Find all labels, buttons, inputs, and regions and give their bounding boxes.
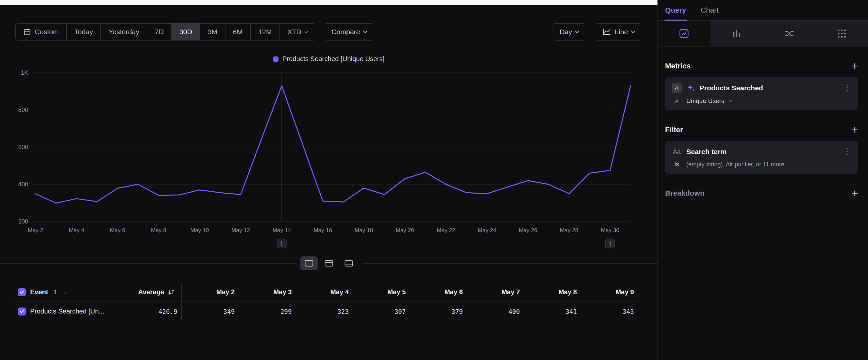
- value-cell: 323: [296, 302, 353, 321]
- view-tab-insights[interactable]: [658, 21, 711, 46]
- line-chart[interactable]: 2004006008001K11May 2May 4May 6May 8May …: [10, 66, 647, 252]
- filter-value[interactable]: (empty string), Air purifier, or 11 more: [686, 161, 784, 168]
- bar-chart-icon: [732, 29, 742, 38]
- chevron-down-icon: [64, 290, 67, 293]
- date-column-header[interactable]: May 4: [296, 283, 353, 302]
- date-column-header[interactable]: May 5: [353, 283, 410, 302]
- svg-text:May 6: May 6: [110, 227, 125, 233]
- filter-property-name[interactable]: Search term: [686, 148, 726, 156]
- date-range-label: 30D: [179, 28, 192, 36]
- sort-icon[interactable]: [167, 289, 175, 296]
- average-value-cell: 426.9: [123, 302, 182, 321]
- svg-text:May 30: May 30: [601, 227, 619, 233]
- string-type-badge: Aa: [672, 147, 682, 157]
- svg-text:1: 1: [280, 241, 283, 246]
- svg-text:May 22: May 22: [437, 227, 455, 233]
- date-range-yesterday[interactable]: Yesterday: [101, 24, 147, 40]
- chevron-down-icon: [631, 29, 635, 33]
- view-type-tabs: [658, 21, 868, 47]
- interval-button[interactable]: Day: [552, 23, 586, 40]
- compare-label: Compare: [332, 28, 360, 36]
- aggregation-prefix: #: [672, 98, 682, 105]
- aggregation-selector[interactable]: Unique Users: [686, 97, 724, 105]
- kebab-menu-icon[interactable]: ⋮: [843, 83, 851, 93]
- date-range-label: Yesterday: [108, 28, 139, 36]
- date-column-header[interactable]: May 6: [410, 283, 467, 302]
- date-range-xtd[interactable]: XTD: [280, 24, 315, 40]
- metric-card[interactable]: A Products Searched ⋮ # Unique Users: [665, 77, 858, 110]
- date-range-label: Custom: [35, 28, 59, 36]
- filter-card[interactable]: Aa Search term ⋮ Is (empty string), Air …: [665, 141, 858, 174]
- row-checkbox[interactable]: [18, 307, 26, 315]
- date-range-7d[interactable]: 7D: [147, 24, 172, 40]
- app: CustomTodayYesterday7D30D3M6M12MXTD Comp…: [0, 0, 868, 360]
- tab-chart[interactable]: Chart: [701, 0, 719, 20]
- event-row-name: Products Searched [Un...: [30, 307, 104, 315]
- svg-text:800: 800: [18, 107, 28, 113]
- breakdown-section-head: Breakdown +: [658, 189, 868, 198]
- date-range-today[interactable]: Today: [67, 24, 101, 40]
- average-column-header[interactable]: Average: [123, 283, 182, 302]
- date-range-label: 12M: [258, 28, 272, 36]
- toolbar-right: Day Line: [552, 23, 642, 40]
- svg-text:May 12: May 12: [231, 227, 250, 233]
- metric-card-row: A Products Searched ⋮: [672, 83, 851, 93]
- date-column-header[interactable]: May 7: [467, 283, 524, 302]
- svg-text:May 18: May 18: [354, 227, 373, 233]
- select-all-checkbox[interactable]: [18, 288, 26, 296]
- add-breakdown-button[interactable]: +: [851, 189, 858, 197]
- date-range-12m[interactable]: 12M: [251, 24, 280, 40]
- date-column-header[interactable]: May 9: [581, 283, 638, 302]
- date-range-label: XTD: [287, 28, 301, 36]
- date-range-30d[interactable]: 30D: [172, 24, 200, 40]
- view-tab-bars[interactable]: [711, 21, 763, 46]
- metric-aggregation-row: # Unique Users: [672, 97, 851, 105]
- date-column-header[interactable]: May 2: [182, 283, 239, 302]
- filter-operator[interactable]: Is: [672, 161, 682, 168]
- date-range-label: Today: [74, 28, 93, 36]
- legend-swatch: [273, 56, 279, 62]
- date-range-custom[interactable]: Custom: [16, 24, 67, 40]
- svg-text:May 8: May 8: [151, 227, 166, 233]
- date-column-header[interactable]: May 3: [239, 283, 296, 302]
- chart-type-label: Line: [615, 28, 628, 36]
- add-filter-button[interactable]: +: [851, 126, 858, 134]
- view-tab-more[interactable]: [816, 21, 868, 46]
- event-column-header[interactable]: Event1: [13, 283, 123, 302]
- top-strip: [0, 0, 657, 5]
- view-tab-flows[interactable]: [763, 21, 816, 46]
- tab-query[interactable]: Query: [665, 0, 686, 20]
- table-position-bottom-icon: [344, 260, 353, 267]
- layout-toggles: [296, 256, 362, 270]
- value-cell: 349: [182, 302, 239, 321]
- insights-chart-icon: [679, 29, 689, 38]
- event-row-label-cell[interactable]: Products Searched [Un...: [13, 302, 123, 321]
- svg-text:200: 200: [18, 218, 28, 225]
- date-range-label: 6M: [233, 28, 243, 36]
- series-badge: A: [672, 83, 682, 93]
- svg-text:May 4: May 4: [69, 227, 84, 233]
- svg-text:1K: 1K: [21, 70, 28, 76]
- svg-text:May 10: May 10: [190, 227, 209, 233]
- date-range-label: 3M: [208, 28, 217, 36]
- chevron-down-icon: [363, 29, 367, 33]
- table-position-left-button[interactable]: [300, 256, 318, 270]
- grid-dots-icon: [837, 29, 847, 38]
- table-position-top-button[interactable]: [320, 256, 338, 270]
- compare-button[interactable]: Compare: [324, 23, 374, 40]
- filter-card-row: Aa Search term ⋮: [672, 146, 851, 157]
- date-range-6m[interactable]: 6M: [225, 24, 251, 40]
- svg-text:600: 600: [18, 144, 28, 150]
- event-header-label: Event: [30, 288, 48, 296]
- svg-text:May 26: May 26: [519, 227, 537, 233]
- add-metric-button[interactable]: +: [851, 62, 858, 70]
- chart-type-button[interactable]: Line: [595, 23, 642, 40]
- date-range-3m[interactable]: 3M: [200, 24, 225, 40]
- table-position-bottom-button[interactable]: [340, 256, 358, 270]
- date-column-header[interactable]: May 8: [524, 283, 581, 302]
- metric-name[interactable]: Products Searched: [700, 84, 763, 92]
- legend-label: Products Searched [Unique Users]: [282, 55, 384, 63]
- kebab-menu-icon[interactable]: ⋮: [843, 146, 851, 157]
- chevron-down-icon: [575, 29, 579, 33]
- flows-icon: [784, 29, 795, 38]
